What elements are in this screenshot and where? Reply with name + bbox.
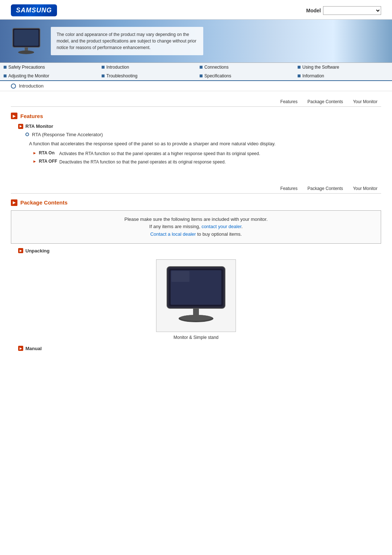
nav-bullet	[4, 66, 7, 69]
manual-heading: ▶ Manual	[18, 346, 381, 351]
notice-line2-prefix: If any items are missing,	[149, 224, 201, 229]
model-select[interactable]	[323, 6, 381, 15]
monitor-drawing	[156, 259, 236, 332]
monitor-caption: Monitor & Simple stand	[173, 335, 219, 340]
nav-introduction-label: Introduction	[106, 65, 129, 70]
features-title: Features	[20, 113, 43, 119]
tab-your-monitor-2[interactable]: Your Monitor	[349, 185, 381, 192]
tab-sep-2	[347, 98, 348, 105]
breadcrumb-icon	[11, 84, 16, 89]
nav-bullet	[298, 74, 301, 77]
svg-point-10	[180, 315, 212, 321]
svg-rect-7	[171, 271, 189, 282]
banner-monitor-image	[11, 28, 44, 55]
nav-safety[interactable]: Safety Precautions	[0, 63, 98, 72]
nav-bullet	[102, 74, 105, 77]
rta-monitor-label: RTA Monitor	[25, 123, 53, 129]
rta-on-text: Activates the RTA function so that the p…	[59, 150, 260, 157]
notice-line1: Please make sure the following items are…	[124, 216, 268, 222]
banner-text: The color and appearance of the product …	[51, 27, 203, 55]
nav-information-label: Information	[302, 73, 324, 78]
monitor-illustration	[11, 28, 44, 55]
nav-bullet	[298, 66, 301, 69]
banner: The color and appearance of the product …	[0, 20, 392, 62]
unpacking-icon: ▶	[18, 248, 23, 253]
rta-off-text: Deactivates the RTA function so that the…	[60, 159, 226, 165]
nav-software[interactable]: Using the Software	[294, 63, 392, 72]
svg-rect-1	[14, 30, 38, 46]
nav-bullet	[102, 66, 105, 69]
features-heading: ▶ Features	[11, 113, 381, 119]
nav-bullet	[200, 74, 203, 77]
rta-monitor-heading: ▶ RTA Monitor	[18, 123, 381, 129]
nav-adjusting-label: Adjusting the Monitor	[8, 73, 49, 78]
tabs-row-1: Features Package Contents Your Monitor	[11, 95, 381, 107]
nav-bullet	[200, 66, 203, 69]
contact-dealer-link[interactable]: contact your dealer	[201, 224, 241, 229]
notice-line3-suffix: to buy optional items.	[196, 231, 242, 237]
rta-on-item: ► RTA On Activates the RTA function so t…	[33, 150, 381, 157]
rta-bullet-text: RTA (Response Time Accelerator)	[32, 132, 103, 137]
unpacking-heading: ▶ Unpacking	[18, 248, 381, 254]
model-label: Model	[306, 8, 321, 13]
rta-bullet-dot	[25, 133, 29, 136]
tab-your-monitor[interactable]: Your Monitor	[349, 98, 381, 105]
tab-package-contents-2[interactable]: Package Contents	[304, 185, 347, 192]
nav-adjusting[interactable]: Adjusting the Monitor	[0, 72, 98, 80]
monitor-svg	[163, 265, 229, 327]
nav-specifications[interactable]: Specifications	[196, 72, 294, 80]
main-content: Features Package Contents Your Monitor ▶…	[0, 91, 392, 369]
package-title: Package Contents	[20, 199, 68, 206]
tab-package-contents[interactable]: Package Contents	[304, 98, 347, 105]
arrow-right-icon-2: ►	[33, 159, 37, 163]
header: SAMSUNG Model	[0, 0, 392, 20]
manual-label: Manual	[25, 346, 42, 351]
nav-bar: Safety Precautions Introduction Connecti…	[0, 62, 392, 81]
breadcrumb: Introduction	[0, 81, 392, 91]
arrow-right-icon: ►	[33, 151, 37, 155]
svg-point-3	[18, 50, 34, 54]
svg-rect-2	[25, 47, 28, 51]
tab-sep-3	[302, 185, 303, 192]
tab-features[interactable]: Features	[277, 98, 301, 105]
nav-troubleshooting-label: Troubleshooting	[106, 73, 138, 78]
breadcrumb-label: Introduction	[19, 83, 44, 89]
package-notice-box: Please make sure the following items are…	[11, 210, 381, 244]
tabs-row-2: Features Package Contents Your Monitor	[11, 182, 381, 194]
nav-connections-label: Connections	[204, 65, 229, 70]
nav-connections[interactable]: Connections	[196, 63, 294, 72]
nav-troubleshooting[interactable]: Troubleshooting	[98, 72, 196, 80]
nav-bullet	[4, 74, 7, 77]
package-heading: ▶ Package Contents	[11, 199, 381, 206]
tab-features-2[interactable]: Features	[277, 185, 301, 192]
rta-description: A function that accelerates the response…	[29, 140, 381, 147]
nav-software-label: Using the Software	[302, 65, 339, 70]
monitor-image-container: Monitor & Simple stand	[11, 259, 381, 340]
rta-bullet: RTA (Response Time Accelerator)	[25, 132, 381, 137]
rta-off-label: RTA OFF	[39, 159, 57, 164]
contact-local-dealer-link[interactable]: Contact a local dealer	[150, 231, 196, 237]
model-area: Model	[306, 6, 381, 15]
unpacking-label: Unpacking	[25, 248, 49, 254]
tab-sep-4	[347, 185, 348, 192]
package-icon: ▶	[11, 199, 17, 206]
rta-on-label: RTA On	[39, 150, 57, 155]
rta-monitor-icon: ▶	[18, 124, 23, 129]
manual-icon: ▶	[18, 346, 23, 351]
nav-specifications-label: Specifications	[204, 73, 231, 78]
tab-sep-1	[302, 98, 303, 105]
nav-introduction[interactable]: Introduction	[98, 63, 196, 72]
logo-text: SAMSUNG	[11, 4, 57, 16]
logo: SAMSUNG	[11, 4, 57, 16]
rta-off-item: ► RTA OFF Deactivates the RTA function s…	[33, 159, 381, 165]
notice-line2-suffix: .	[241, 224, 243, 229]
features-icon: ▶	[11, 113, 17, 119]
nav-information[interactable]: Information	[294, 72, 392, 80]
nav-safety-label: Safety Precautions	[8, 65, 45, 70]
